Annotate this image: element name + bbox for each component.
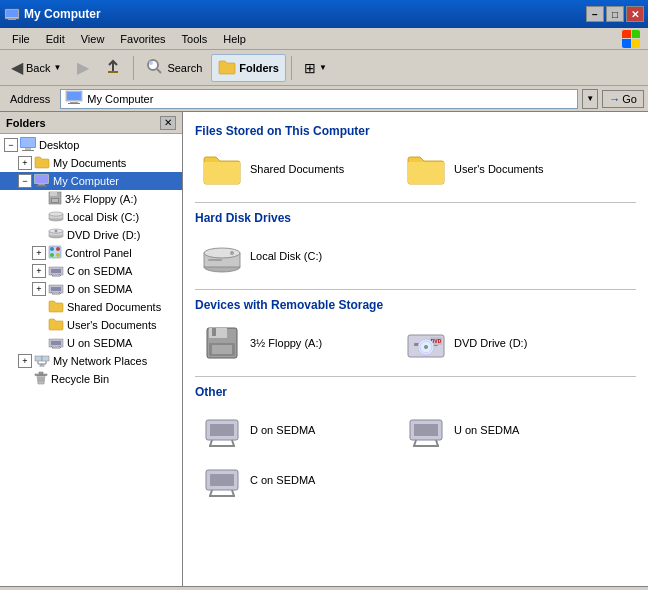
divider-1 <box>195 202 636 203</box>
search-button[interactable]: Search <box>139 54 209 82</box>
titlebar-buttons: − □ ✕ <box>586 6 644 22</box>
tree-item-mynetwork[interactable]: + My Network Places <box>0 352 182 370</box>
usersdocs-icon <box>406 151 446 187</box>
content-item-floppy[interactable]: 3½ Floppy (A:) <box>195 320 395 366</box>
shareddocs-icon <box>202 151 242 187</box>
minimize-button[interactable]: − <box>586 6 604 22</box>
svg-rect-1 <box>6 10 18 17</box>
tree-item-floppy[interactable]: 3½ Floppy (A:) <box>0 190 182 208</box>
tree-item-localdisk[interactable]: Local Disk (C:) <box>0 208 182 226</box>
toolbar-separator-2 <box>291 56 292 80</box>
tree-item-dvd[interactable]: DVD Drive (D:) <box>0 226 182 244</box>
tree-expand-u-sedma <box>32 336 46 350</box>
tree-expand-controlpanel[interactable]: + <box>32 246 46 260</box>
windows-logo-icon <box>622 30 644 48</box>
menu-help[interactable]: Help <box>215 31 254 47</box>
mydocs-icon <box>34 155 50 172</box>
localdisk-tree-icon <box>48 209 64 225</box>
go-button[interactable]: → Go <box>602 90 644 108</box>
content-item-usersdocs[interactable]: User's Documents <box>399 146 599 192</box>
svg-rect-71 <box>212 345 232 354</box>
svg-rect-51 <box>42 356 49 361</box>
up-button[interactable] <box>98 54 128 82</box>
tree-item-desktop[interactable]: − Desktop <box>0 136 182 154</box>
menubar: File Edit View Favorites Tools Help <box>0 28 648 50</box>
tree-item-c-sedma[interactable]: + C on SEDMA <box>0 262 182 280</box>
menu-view[interactable]: View <box>73 31 113 47</box>
svg-point-65 <box>230 251 234 255</box>
view-button[interactable]: ⊞ ▼ <box>297 54 334 82</box>
tree-item-controlpanel[interactable]: + Control Panel <box>0 244 182 262</box>
tree-label-mycomputer: My Computer <box>53 175 119 187</box>
tree-expand-c-sedma[interactable]: + <box>32 264 46 278</box>
back-dropdown-icon: ▼ <box>53 63 61 72</box>
dvd-tree-icon <box>48 227 64 243</box>
svg-rect-10 <box>68 103 80 104</box>
section-files-title: Files Stored on This Computer <box>195 124 636 138</box>
address-input-wrap[interactable]: My Computer <box>60 89 578 109</box>
tree-expand-desktop[interactable]: − <box>4 138 18 152</box>
toolbar: ◀ Back ▼ ▶ Search Folders <box>0 50 648 86</box>
content-item-u-sedma[interactable]: U on SEDMA <box>399 407 599 453</box>
folders-header: Folders ✕ <box>0 112 182 134</box>
localdisk-icon <box>202 238 242 274</box>
content-item-shareddocs[interactable]: Shared Documents <box>195 146 395 192</box>
tree-item-mydocs[interactable]: + My Documents <box>0 154 182 172</box>
svg-rect-18 <box>36 185 47 186</box>
menu-favorites[interactable]: Favorites <box>112 31 173 47</box>
tree-item-shareddocs[interactable]: Shared Documents <box>0 298 182 316</box>
svg-rect-81 <box>210 424 234 436</box>
close-button[interactable]: ✕ <box>626 6 644 22</box>
svg-point-6 <box>149 61 153 65</box>
svg-point-25 <box>49 212 63 216</box>
content-item-dvd[interactable]: DVD DVD Drive (D:) <box>399 320 599 366</box>
view-dropdown-icon: ▼ <box>319 63 327 72</box>
menu-file[interactable]: File <box>4 31 38 47</box>
tree-item-usersdocs[interactable]: User's Documents <box>0 316 182 334</box>
tree-expand-shareddocs <box>32 300 46 314</box>
svg-rect-22 <box>52 199 58 202</box>
recycle-tree-icon <box>34 371 48 388</box>
titlebar: My Computer − □ ✕ <box>0 0 648 28</box>
address-dropdown-button[interactable]: ▼ <box>582 89 598 109</box>
controlpanel-tree-icon <box>48 245 62 262</box>
tree-expand-mycomputer[interactable]: − <box>18 174 32 188</box>
tree-expand-floppy <box>32 192 46 206</box>
address-computer-icon <box>65 89 83 108</box>
tree-expand-mydocs[interactable]: + <box>18 156 32 170</box>
svg-point-29 <box>55 230 58 233</box>
svg-point-31 <box>50 247 54 251</box>
section-other: Other D on SEDMA <box>195 385 636 503</box>
folders-button[interactable]: Folders <box>211 54 286 82</box>
titlebar-icon <box>4 6 20 22</box>
svg-rect-69 <box>212 328 216 336</box>
section-harddrives: Hard Disk Drives Local Disk (C:) <box>195 211 636 279</box>
tree-expand-localdisk <box>32 210 46 224</box>
dvd-label: DVD Drive (D:) <box>454 337 527 349</box>
content-item-d-sedma[interactable]: D on SEDMA <box>195 407 395 453</box>
content-item-localdisk[interactable]: Local Disk (C:) <box>195 233 395 279</box>
tree-expand-d-sedma[interactable]: + <box>32 282 46 296</box>
maximize-button[interactable]: □ <box>606 6 624 22</box>
tree-item-d-sedma[interactable]: + D on SEDMA <box>0 280 182 298</box>
tree-item-mycomputer[interactable]: − My Computer <box>0 172 182 190</box>
tree-expand-usersdocs <box>32 318 46 332</box>
tree-label-floppy: 3½ Floppy (A:) <box>65 193 137 205</box>
u-sedma-tree-icon <box>48 335 64 352</box>
other-icon-grid: D on SEDMA U on SEDMA <box>195 407 636 503</box>
folders-close-button[interactable]: ✕ <box>160 116 176 130</box>
menu-edit[interactable]: Edit <box>38 31 73 47</box>
back-button[interactable]: ◀ Back ▼ <box>4 54 68 82</box>
section-files: Files Stored on This Computer Shared Doc… <box>195 124 636 192</box>
forward-button[interactable]: ▶ <box>70 54 96 82</box>
svg-point-32 <box>56 247 60 251</box>
tree-item-recycle[interactable]: Recycle Bin <box>0 370 182 388</box>
up-arrow-icon <box>105 59 121 77</box>
content-item-c-sedma[interactable]: C on SEDMA <box>195 457 395 503</box>
removable-icon-grid: 3½ Floppy (A:) DVD <box>195 320 636 366</box>
tree-item-u-sedma[interactable]: U on SEDMA <box>0 334 182 352</box>
section-removable-title: Devices with Removable Storage <box>195 298 636 312</box>
svg-point-4 <box>148 60 158 70</box>
menu-tools[interactable]: Tools <box>174 31 216 47</box>
tree-expand-mynetwork[interactable]: + <box>18 354 32 368</box>
